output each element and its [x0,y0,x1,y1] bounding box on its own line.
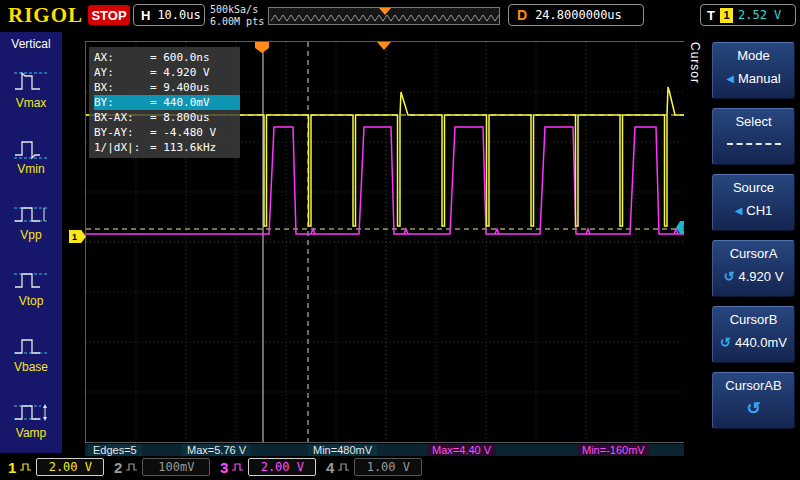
trigger-label: T [707,8,715,23]
sidebar-item-label: Vtop [19,294,44,308]
channel3-status[interactable]: 3 2.00 V [220,458,316,476]
channel-number: 4 [326,459,334,476]
cursor-info-label: AY: [94,65,150,80]
channel-scale-box: 2.00 V [248,458,316,476]
menu-mode-button[interactable]: Mode ◀ Manual [712,42,795,99]
cursor-info-value: = 4.920 V [150,65,240,80]
sidebar-item-label: Vbase [14,360,48,374]
vamp-icon [13,399,49,425]
menu-item-value: 440.0mV [735,335,787,350]
softkey-menu-panel: Cursor Mode ◀ Manual Select Source ◀ CH1… [684,32,800,480]
channel2-status[interactable]: 2 100mV [114,458,210,476]
channel-coupling-icon [126,462,138,472]
cursor-info-value: = 9.400us [150,80,240,95]
cursor-info-label: BY-AY: [94,125,150,140]
vpp-icon [13,201,49,227]
cursor-info-label: BX: [94,80,150,95]
rigol-logo: RIGOL [8,3,83,28]
cursor-measurements-panel: AX: = 600.0ns AY: = 4.920 V BX: = 9.400u… [89,47,240,158]
channel-scale: 100mV [158,460,194,474]
cursor-info-label: BY: [94,95,150,110]
cursor-info-label: BX-AX: [94,110,150,125]
sample-rate: 500kSa/s [210,4,264,16]
sidebar-item-label: Vpp [20,228,41,242]
menu-cursorab-button[interactable]: CursorAB ↺ [712,372,795,429]
vbase-icon [13,333,49,359]
horizontal-timebase-readout: H 10.0us [133,4,205,26]
channel-coupling-icon [232,462,244,472]
delay-readout: D 24.8000000us [508,4,644,26]
channel-coupling-icon [338,462,350,472]
rotate-knob-icon: ↺ [720,335,731,350]
sidebar-item-vbase[interactable]: Vbase [0,320,62,386]
menu-select-button[interactable]: Select [712,108,795,165]
menu-item-value: CH1 [746,203,772,218]
trigger-readout: T 1 2.52 V [700,4,796,26]
cursor-info-value: = -4.480 V [150,125,240,140]
channel-number: 1 [8,459,16,476]
channel-scale: 2.00 V [49,460,92,474]
channel1-ground-marker[interactable]: 1 [69,230,86,243]
trigger-position-marker[interactable] [377,42,391,50]
oscilloscope-screen: RIGOL STOP H 10.0us 500kSa/s 6.00M pts D… [0,0,800,480]
menu-item-label: CursorAB [713,373,794,393]
cursor-info-value: = 113.6kHz [150,140,240,155]
menu-item-label: Select [713,109,794,129]
sidebar-item-vmax[interactable]: Vmax [0,56,62,122]
channel-scale: 1.00 V [367,460,410,474]
channel1-status[interactable]: 1 2.00 V [8,458,104,476]
sidebar-item-vtop[interactable]: Vtop [0,254,62,320]
sidebar-item-label: Vmax [16,96,47,110]
cursor-info-row: AX: = 600.0ns [94,50,240,65]
cursor-info-label: AX: [94,50,150,65]
memory-waveform-preview [268,7,500,25]
menu-item-value: 4.920 V [739,269,784,284]
vmin-icon [13,135,49,161]
vertical-measure-sidebar: Vertical Vmax Vmin Vpp [0,32,62,453]
cursor-info-row: BY-AY: = -4.480 V [94,125,240,140]
timebase-value: 10.0us [157,8,200,22]
cursor-info-label: 1/|dX|: [94,140,150,155]
top-bar: RIGOL STOP H 10.0us 500kSa/s 6.00M pts D… [0,0,800,32]
timebase-label: H [141,8,150,23]
sidebar-item-vpp[interactable]: Vpp [0,188,62,254]
sidebar-title: Vertical [0,32,62,56]
menu-item-label: CursorA [713,241,794,261]
sidebar-item-vamp[interactable]: Vamp [0,386,62,452]
trigger-level-value: 2.52 V [738,8,781,22]
menu-item-value: Manual [738,71,781,86]
delay-label: D [517,7,527,23]
delay-value: 24.8000000us [535,8,622,22]
cursor-info-row-highlighted: BY: = 440.0mV [94,95,240,110]
cursor-info-value: = 440.0mV [150,95,240,110]
channel-coupling-icon [20,462,32,472]
cursor-info-row: 1/|dX|: = 113.6kHz [94,140,240,155]
cursor-info-row: BX: = 9.400us [94,80,240,95]
left-arrow-icon: ◀ [726,73,734,84]
channel-status-bar: 1 2.00 V 2 100mV 3 2.00 V [0,456,800,480]
rotate-knob-icon: ↺ [713,398,794,419]
channel4-status[interactable]: 4 1.00 V [326,458,422,476]
dashed-line-icon [727,143,781,145]
channel-scale: 2.00 V [261,460,304,474]
channel-number: 3 [220,459,228,476]
left-arrow-icon: ◀ [735,205,743,216]
rotate-knob-icon: ↺ [724,269,735,284]
cursor-info-row: AY: = 4.920 V [94,65,240,80]
cursor-info-value: = 600.0ns [150,50,240,65]
channel-scale-box: 100mV [142,458,210,476]
menu-source-button[interactable]: Source ◀ CH1 [712,174,795,231]
menu-item-label: Mode [713,43,794,63]
memory-depth: 6.00M pts [210,16,264,28]
menu-cursora-button[interactable]: CursorA ↺ 4.920 V [712,240,795,297]
cursor-info-value: = 8.800us [150,110,240,125]
channel-scale-box: 2.00 V [36,458,104,476]
vmax-icon [13,69,49,95]
sidebar-item-label: Vmin [17,162,44,176]
trigger-position-icon [379,8,391,15]
vtop-icon [13,267,49,293]
run-state-badge: STOP [88,5,130,25]
sidebar-item-vmin[interactable]: Vmin [0,122,62,188]
menu-cursorb-button[interactable]: CursorB ↺ 440.0mV [712,306,795,363]
acquisition-info: 500kSa/s 6.00M pts [210,4,264,28]
